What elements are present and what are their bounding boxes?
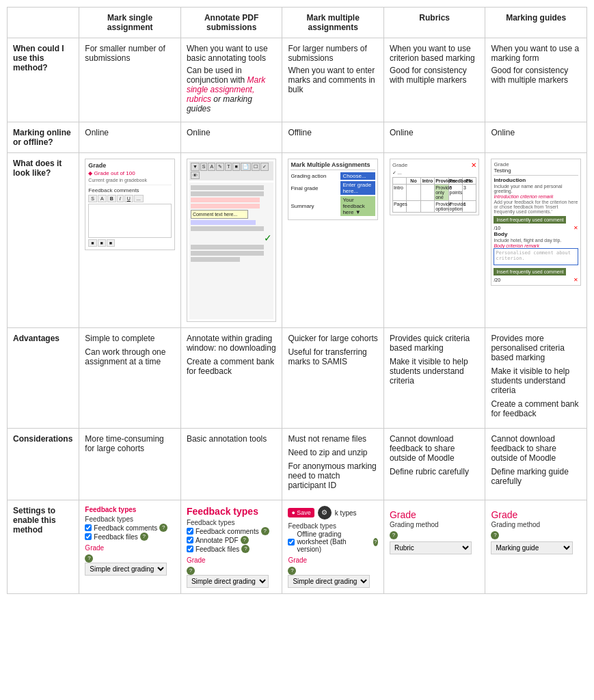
- settings-mm-grade-select[interactable]: Simple direct grading: [288, 575, 370, 588]
- rubric-cell-p3: Provide option: [448, 201, 462, 213]
- settings-ap-help-row: ?: [187, 566, 277, 575]
- row-header-what-look: What does it look like?: [8, 153, 79, 328]
- toolbar-btn-a[interactable]: A: [98, 195, 107, 202]
- mg-textarea-body[interactable]: Personalised comment about criterion.: [494, 248, 578, 265]
- settings-ap-grade-title: Grade: [187, 556, 277, 564]
- mg-close-intro[interactable]: ✕: [573, 225, 578, 231]
- cell-advantages-mark-single: Simple to complete Can work through one …: [79, 328, 181, 429]
- checkbox-ap-files[interactable]: [187, 546, 193, 552]
- advantage-ap-2: Create a comment bank for feedback: [187, 357, 277, 376]
- toolbar-item[interactable]: 👁: [191, 172, 200, 179]
- help-icon-ms-grade[interactable]: ?: [85, 554, 93, 563]
- toolbar-btn-s[interactable]: S: [88, 195, 97, 202]
- cell-advantages-annotate: Annotate within grading window: no downl…: [180, 328, 282, 429]
- mg-header: Grade: [494, 161, 578, 167]
- multiple-final-value: Enter grade here...: [340, 181, 375, 195]
- toolbar-item[interactable]: ☐: [252, 163, 260, 171]
- rubric-check-row: ✓ ...: [392, 170, 477, 176]
- toolbar-btn-b2[interactable]: ■: [88, 239, 96, 247]
- rubric-row-intro: Intro Provide only one 5 points 3: [392, 185, 476, 201]
- settings-ap-grade-select[interactable]: Simple direct grading: [187, 575, 269, 588]
- label-ms-comments: Feedback comments: [94, 524, 157, 532]
- cell-screenshot-rubrics: Grade ✕ ✓ ... No Intro Provides Feedback: [383, 153, 485, 328]
- settings-rb-grade-title: Grade: [390, 509, 480, 520]
- checkbox-ms-files[interactable]: [85, 533, 92, 540]
- toolbar-item[interactable]: ✎: [216, 163, 224, 171]
- toolbar-btn-more[interactable]: ...: [134, 195, 144, 202]
- multiple-select-action[interactable]: Choose...: [340, 172, 375, 180]
- checkbox-mm-offline[interactable]: [288, 539, 295, 546]
- multiple-title: Mark Multiple Assignments: [291, 161, 375, 170]
- consideration-rb-1: Cannot download feedback to share outsid…: [390, 434, 480, 463]
- toolbar-item[interactable]: A: [208, 163, 215, 171]
- col-header-empty: [8, 8, 79, 38]
- settings-mm: ● Save ⚙ k types Feedback types Offline …: [288, 506, 378, 588]
- help-icon-mg-grade[interactable]: ?: [491, 531, 499, 539]
- mg-include-text: Include your name and personal greeting.: [494, 184, 578, 193]
- settings-ms-grade-select[interactable]: Simple direct grading: [85, 563, 167, 576]
- text-when-mg-2: Good for consistency with multiple marke…: [491, 66, 581, 85]
- cell-when-rubrics: When you want to use criterion based mar…: [383, 38, 485, 122]
- checkbox-ap-annotate[interactable]: [187, 537, 193, 543]
- help-icon-ms-files[interactable]: ?: [140, 533, 148, 541]
- toolbar-item[interactable]: ■: [232, 163, 239, 171]
- help-icon-rb-grade[interactable]: ?: [390, 531, 398, 539]
- rubric-pts: 3: [462, 185, 476, 201]
- rubric-pts-p: 1: [462, 201, 476, 213]
- annotate-content: Comment text here... ✓: [189, 183, 274, 319]
- annotate-lines: Comment text here... ✓: [189, 183, 274, 265]
- mg-close-body[interactable]: ✕: [573, 277, 578, 283]
- label-mm-offline: Offline grading worksheet (Bath version): [297, 530, 370, 553]
- help-icon-ap-annotate[interactable]: ?: [241, 536, 249, 544]
- help-icon-ap-comments[interactable]: ?: [261, 527, 269, 535]
- multiple-select-summary[interactable]: Your feedback here ▼: [340, 196, 375, 216]
- col-header-mark-single: Mark single assignment: [79, 8, 181, 38]
- cell-considerations-mg: Cannot download feedback to share outsid…: [485, 429, 587, 500]
- toolbar-btn-c2[interactable]: ■: [98, 239, 106, 247]
- label-ms-files: Feedback files: [94, 533, 137, 541]
- toolbar-item[interactable]: 📄: [241, 163, 251, 171]
- toolbar-btn-u[interactable]: U: [124, 195, 133, 202]
- consideration-mg-1: Cannot download feedback to share outsid…: [491, 434, 581, 463]
- toolbar-item[interactable]: S: [200, 163, 208, 171]
- toolbar-btn-italic[interactable]: I: [117, 195, 124, 202]
- text-line: [191, 226, 265, 231]
- row-settings: Settings to enable this method Feedback …: [8, 500, 587, 594]
- cell-screenshot-annotate: ▼ S A ✎ T ■ 📄 ☐ ✓ 👁: [180, 153, 282, 328]
- advantage-mm-2: Useful for transferring marks to SAMIS: [288, 347, 378, 366]
- mg-insert-btn-body[interactable]: Insert frequently used comment: [494, 268, 566, 275]
- screenshot-mg: Grade Testing Introduction Include your …: [491, 159, 581, 286]
- screenshot-rubrics: Grade ✕ ✓ ... No Intro Provides Feedback: [390, 159, 480, 215]
- text-line: [191, 245, 265, 250]
- rubric-cell-3: 5 points: [448, 185, 462, 201]
- toolbar-item[interactable]: T: [225, 163, 232, 171]
- row-when-use: When could I use this method? For smalle…: [8, 38, 587, 122]
- settings-rb-grading-method: Grading method: [390, 521, 480, 528]
- settings-mm-save-btn[interactable]: ● Save: [288, 508, 314, 517]
- help-icon-ap-files[interactable]: ?: [241, 545, 249, 553]
- cell-screenshot-mark-single: Grade ◆ Grade out of 100 Current grade i…: [79, 153, 181, 328]
- mg-score-row-body: /20 ✕: [494, 277, 578, 283]
- help-icon-ap-grade[interactable]: ?: [187, 567, 195, 575]
- mg-insert-btn-intro[interactable]: Insert frequently used comment: [494, 216, 566, 224]
- toolbar-item[interactable]: ✓: [260, 163, 269, 171]
- settings-mm-feedback-text: k types: [335, 509, 357, 517]
- help-icon-ms-comments[interactable]: ?: [159, 524, 167, 532]
- text-when-annotate-1: When you want to use basic annotating to…: [187, 44, 277, 63]
- rubric-cell-selected[interactable]: Provide only one: [435, 185, 448, 201]
- toolbar-btn-d2[interactable]: ■: [107, 239, 115, 247]
- text-line: [191, 251, 265, 256]
- settings-rb-grade-select[interactable]: Rubric: [390, 541, 472, 554]
- checkbox-ap-comments[interactable]: [187, 528, 193, 535]
- settings-mg-grade-select[interactable]: Marking guide: [491, 541, 573, 554]
- checkbox-ms-comments[interactable]: [85, 524, 92, 531]
- rubric-close-btn[interactable]: ✕: [471, 161, 476, 169]
- help-icon-mm-grade[interactable]: ?: [288, 567, 296, 575]
- toolbar-btn-bold[interactable]: B: [107, 195, 116, 202]
- row-considerations: Considerations More time-consuming for l…: [8, 429, 587, 500]
- help-icon-mm-offline[interactable]: ?: [373, 538, 378, 546]
- toolbar-item[interactable]: ▼: [191, 163, 200, 171]
- cell-settings-mg: Grade Grading method ? Marking guide: [485, 500, 587, 594]
- text-when-multiple-1: For larger numbers of submissions: [288, 44, 378, 63]
- cell-considerations-rubrics: Cannot download feedback to share outsid…: [383, 429, 485, 500]
